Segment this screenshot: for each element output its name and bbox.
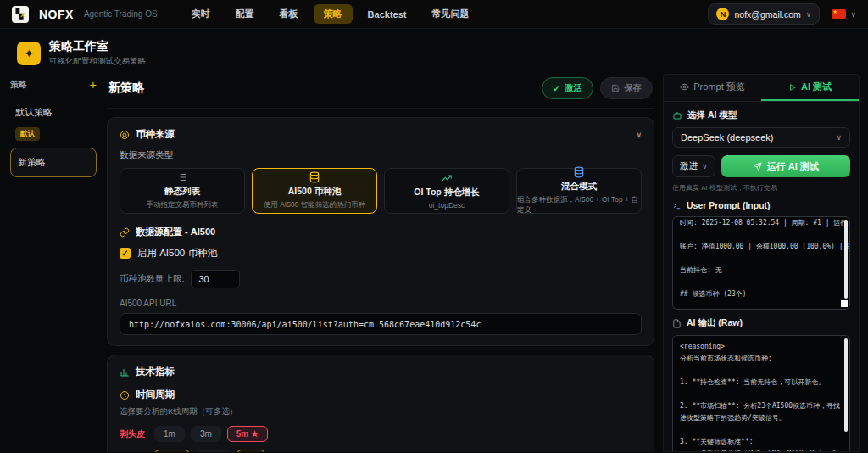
scrollbar-corner[interactable] — [841, 300, 848, 307]
nav-item-realtime[interactable]: 实时 — [181, 4, 220, 24]
bar-chart-icon — [120, 367, 130, 378]
nav-item-backtest[interactable]: Backtest — [358, 6, 417, 23]
nav-item-dashboard[interactable]: 看板 — [270, 4, 309, 24]
indicators-section: 技术指标 时间周期 选择要分析的K线周期（可多选） 剥头皮 1m 3m 5m ★… — [107, 355, 654, 452]
user-prompt-block[interactable]: 时间: 2025-12-08 05:32:54 | 周期: #1 | 运行: 9… — [672, 216, 850, 310]
page-subtitle: 可视化配置和测试交易策略 — [49, 56, 146, 67]
default-badge: 默认 — [15, 127, 40, 141]
checkbox-checked-icon: ✓ — [120, 248, 131, 259]
save-icon — [611, 84, 620, 92]
list-icon — [176, 171, 188, 183]
api-url-label: AI500 API URL — [120, 299, 642, 308]
user-prompt-text: 时间: 2025-12-08 05:32:54 | 周期: #1 | 运行: 9… — [680, 217, 841, 310]
enable-ai500-checkbox[interactable]: ✓ 启用 AI500 币种池 — [120, 247, 642, 260]
data-source-type-label: 数据来源类型 — [120, 149, 642, 161]
add-strategy-button[interactable]: + — [90, 81, 97, 89]
timeframe-hint: 选择要分析的K线周期（可多选） — [120, 406, 642, 417]
play-icon — [788, 83, 797, 92]
document-icon — [672, 319, 682, 328]
tf-chip-30m[interactable]: 30m — [196, 450, 231, 452]
tf-chip-1h[interactable]: 1h — [236, 450, 265, 452]
user-prompt-label: User Prompt (Input) — [687, 200, 771, 210]
user-email: nofx@gmail.com — [734, 9, 800, 20]
strategy-editor: 新策略 ✓ 激活 保存 币种来源 ∨ 数据来源类型 — [107, 74, 654, 452]
run-ai-test-button[interactable]: 运行 AI 测试 — [721, 155, 850, 177]
brand-name: NOFX — [39, 8, 74, 21]
terminal-icon — [672, 201, 682, 210]
pool-limit-input[interactable] — [191, 270, 240, 288]
timeframe-title: 时间周期 — [136, 389, 175, 401]
chevron-down-icon: ∨ — [702, 162, 708, 171]
activate-button[interactable]: ✓ 激活 — [542, 77, 593, 99]
nav-item-config[interactable]: 配置 — [225, 4, 264, 24]
tf-chip-5m[interactable]: 5m ★ — [227, 426, 268, 442]
tf-chip-15m[interactable]: 15m — [154, 450, 190, 452]
strategy-title: 新策略 — [108, 81, 144, 96]
chevron-down-icon: ∨ — [806, 10, 812, 19]
option-hybrid-mode[interactable]: 混合模式 组合多种数据源，AI500 + OI Top + 自定义 — [516, 168, 642, 214]
ai-output-text: <reasoning> 分析当前市场状态和候选币种: 1. **持仓检查**: … — [680, 341, 841, 451]
option-oi-top[interactable]: OI Top 持仓增长 oi_topDesc — [384, 168, 509, 214]
row-label-scalp: 剥头皮 — [120, 428, 148, 440]
sparkles-icon: ✦ — [17, 42, 41, 65]
indicators-title: 技术指标 — [136, 366, 175, 378]
vertical-scrollbar[interactable] — [844, 338, 848, 432]
nofx-logo-icon: ▚x — [12, 6, 29, 23]
nav-item-strategy[interactable]: 策略 — [314, 4, 353, 24]
datasource-config-title: 数据源配置 - AI500 — [136, 226, 215, 238]
link-icon — [120, 227, 130, 238]
vertical-scrollbar[interactable] — [844, 220, 848, 299]
robot-icon — [672, 110, 682, 120]
top-nav: ▚x NOFX Agentic Trading OS 实时 配置 看板 策略 B… — [0, 0, 868, 29]
page-header: ✦ 策略工作室 可视化配置和测试交易策略 — [0, 29, 868, 74]
sidebar-title: 策略 — [10, 79, 27, 91]
chevron-down-icon[interactable]: ∨ — [636, 131, 642, 139]
page-title: 策略工作室 — [49, 39, 146, 54]
pool-limit-label: 币种池数量上限: — [120, 273, 184, 285]
trending-up-icon — [441, 172, 453, 184]
ai-output-label: AI 输出 (Raw) — [687, 317, 743, 329]
cn-flag-icon — [832, 9, 846, 19]
tab-ai-test[interactable]: AI 测试 — [761, 75, 859, 101]
chevron-down-icon: ∨ — [836, 133, 842, 142]
eye-icon — [680, 82, 689, 92]
api-url-input[interactable] — [120, 313, 642, 335]
run-caption: 使用真实 AI 模型测试，不执行交易 — [672, 183, 850, 193]
coin-icon — [120, 130, 130, 140]
chevron-down-icon: ∨ — [850, 10, 856, 19]
option-ai500-pool[interactable]: AI500 币种池 使用 AI500 智能筛选的热门币种 — [252, 168, 377, 214]
ai-test-panel: Prompt 预览 AI 测试 选择 AI 模型 DeepSeek (deeps… — [663, 74, 860, 452]
language-selector[interactable]: ∨ — [832, 9, 856, 19]
row-label-intraday: 日内 — [120, 452, 148, 453]
ai-output-block[interactable]: <reasoning> 分析当前市场状态和候选币种: 1. **持仓检查**: … — [672, 335, 850, 451]
brand-subtitle: Agentic Trading OS — [84, 9, 158, 19]
user-menu[interactable]: N nofx@gmail.com ∨ — [708, 3, 820, 25]
database-icon — [573, 166, 585, 178]
mode-select[interactable]: 激进 ∨ — [672, 155, 715, 177]
sidebar-item-new-strategy[interactable]: 新策略 — [10, 148, 97, 177]
model-select[interactable]: DeepSeek (deepseek) ∨ — [672, 127, 850, 148]
tab-prompt-preview[interactable]: Prompt 预览 — [664, 75, 761, 101]
option-static-list[interactable]: 静态列表 手动指定交易币种列表 — [120, 168, 245, 214]
nav-item-faq[interactable]: 常见问题 — [421, 4, 479, 24]
sidebar-item-default-strategy[interactable]: 默认策略 — [10, 101, 97, 124]
check-icon: ✓ — [553, 83, 560, 93]
save-button[interactable]: 保存 — [600, 77, 653, 99]
model-select-label: 选择 AI 模型 — [687, 109, 737, 121]
send-icon — [753, 162, 762, 171]
clock-icon — [120, 390, 130, 400]
user-avatar: N — [716, 8, 729, 20]
database-icon — [309, 171, 320, 183]
coin-source-section: 币种来源 ∨ 数据来源类型 静态列表 手动指定交易币种列表 AI500 币种池 … — [107, 117, 654, 346]
tf-chip-1m[interactable]: 1m — [154, 426, 185, 442]
coin-source-title: 币种来源 — [136, 128, 175, 141]
tf-chip-3m[interactable]: 3m — [191, 426, 221, 442]
strategy-sidebar: 策略 + 默认策略 默认 新策略 — [8, 74, 98, 452]
